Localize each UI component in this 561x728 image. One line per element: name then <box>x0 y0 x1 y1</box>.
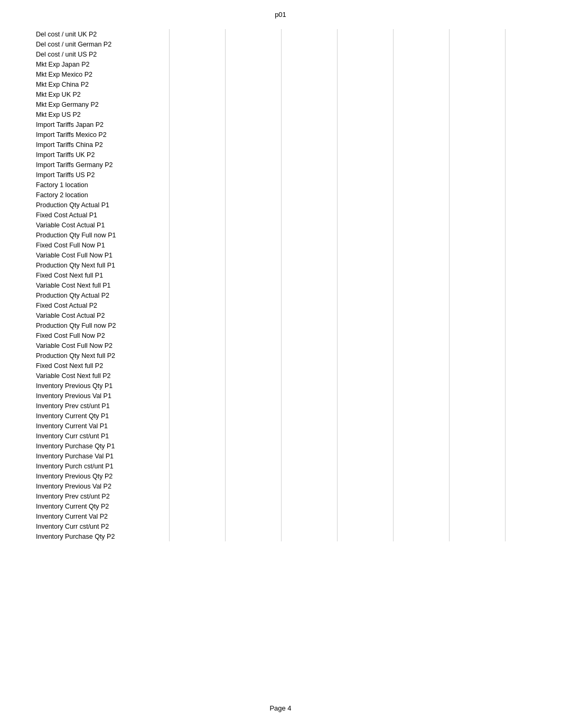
data-cell <box>282 109 337 119</box>
data-cell <box>170 180 225 190</box>
row-label: Variable Cost Full Now P2 <box>36 340 169 351</box>
row-label: Inventory Previous Qty P1 <box>36 381 169 391</box>
data-cell <box>338 220 393 230</box>
data-cell <box>394 391 449 401</box>
data-cell <box>226 320 281 330</box>
page-footer: Page 4 <box>0 704 561 712</box>
row-label: Inventory Current Qty P2 <box>36 501 169 511</box>
data-cell <box>506 210 561 220</box>
data-cell <box>506 401 561 411</box>
page-header: p01 <box>0 0 561 24</box>
row-label: Inventory Curr cst/unt P2 <box>36 521 169 531</box>
data-cell <box>506 501 561 511</box>
row-label: Import Tariffs Germany P2 <box>36 160 169 170</box>
data-cell <box>338 401 393 411</box>
data-cell <box>338 190 393 200</box>
data-cell <box>282 461 337 471</box>
data-cell <box>338 300 393 310</box>
data-cell <box>170 220 225 230</box>
data-cell <box>282 371 337 381</box>
data-cell <box>450 150 505 160</box>
data-cell <box>170 130 225 140</box>
row-label: Mkt Exp China P2 <box>36 79 169 89</box>
data-cell <box>338 351 393 361</box>
data-cell <box>282 351 337 361</box>
data-column <box>169 29 225 541</box>
data-cell <box>506 220 561 230</box>
data-cell <box>338 471 393 481</box>
data-cell <box>394 330 449 340</box>
data-cell <box>338 180 393 190</box>
data-cell <box>226 481 281 491</box>
data-cell <box>506 29 561 39</box>
data-cell <box>226 270 281 280</box>
data-cell <box>282 511 337 521</box>
data-cell <box>338 521 393 531</box>
data-column <box>505 29 561 541</box>
data-cell <box>226 79 281 89</box>
data-cell <box>338 119 393 130</box>
data-cell <box>506 39 561 49</box>
data-cell <box>450 79 505 89</box>
data-cell <box>170 230 225 240</box>
data-cell <box>226 140 281 150</box>
data-cell <box>282 119 337 130</box>
data-cell <box>394 401 449 411</box>
data-cell <box>282 160 337 170</box>
row-labels: Del cost / unit UK P2Del cost / unit Ger… <box>0 29 169 541</box>
data-cell <box>282 99 337 109</box>
data-cell <box>338 421 393 431</box>
data-cell <box>450 471 505 481</box>
data-cell <box>394 290 449 300</box>
data-cell <box>282 79 337 89</box>
row-label: Mkt Exp Japan P2 <box>36 59 169 69</box>
data-cell <box>450 310 505 320</box>
data-cell <box>338 411 393 421</box>
data-cell <box>170 150 225 160</box>
row-label: Import Tariffs Mexico P2 <box>36 130 169 140</box>
data-cell <box>226 411 281 421</box>
data-cell <box>282 210 337 220</box>
row-label: Fixed Cost Full Now P1 <box>36 240 169 250</box>
data-cell <box>282 441 337 451</box>
data-cell <box>450 49 505 59</box>
data-cell <box>226 300 281 310</box>
data-cell <box>450 361 505 371</box>
data-cell <box>450 320 505 330</box>
data-column <box>449 29 505 541</box>
data-cell <box>506 79 561 89</box>
data-cell <box>394 501 449 511</box>
data-cell <box>226 69 281 79</box>
data-cell <box>506 180 561 190</box>
row-label: Del cost / unit UK P2 <box>36 29 169 39</box>
data-columns <box>169 29 561 541</box>
row-label: Variable Cost Full Now P1 <box>36 250 169 260</box>
data-cell <box>394 220 449 230</box>
data-cell <box>450 481 505 491</box>
row-label: Mkt Exp US P2 <box>36 109 169 119</box>
data-cell <box>282 501 337 511</box>
data-cell <box>282 140 337 150</box>
data-cell <box>506 109 561 119</box>
data-cell <box>506 511 561 521</box>
data-cell <box>394 230 449 240</box>
data-cell <box>170 69 225 79</box>
data-cell <box>506 441 561 451</box>
row-label: Import Tariffs China P2 <box>36 140 169 150</box>
data-cell <box>282 431 337 441</box>
data-cell <box>338 140 393 150</box>
data-cell <box>338 130 393 140</box>
data-cell <box>226 351 281 361</box>
data-cell <box>282 491 337 501</box>
data-cell <box>226 441 281 451</box>
data-cell <box>338 371 393 381</box>
data-cell <box>450 109 505 119</box>
data-cell <box>170 491 225 501</box>
data-cell <box>506 320 561 330</box>
data-cell <box>226 220 281 230</box>
data-cell <box>394 200 449 210</box>
data-cell <box>282 340 337 351</box>
data-cell <box>226 401 281 411</box>
data-cell <box>394 150 449 160</box>
row-label: Inventory Purchase Qty P1 <box>36 441 169 451</box>
